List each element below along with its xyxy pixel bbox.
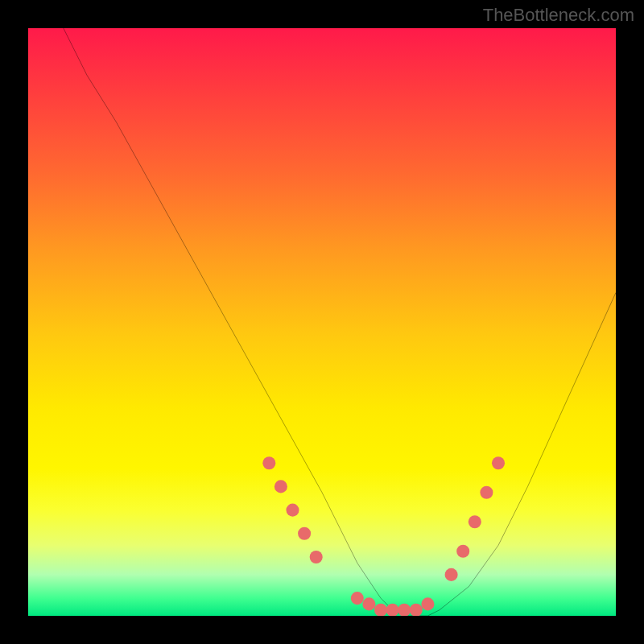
curve-markers xyxy=(262,456,505,616)
curve-marker xyxy=(469,515,481,528)
curve-marker xyxy=(286,504,299,517)
curve-marker xyxy=(421,597,434,610)
chart-svg xyxy=(28,28,616,616)
curve-marker xyxy=(410,604,423,616)
curve-marker xyxy=(386,604,399,616)
curve-marker xyxy=(310,551,323,564)
curve-marker xyxy=(362,597,375,610)
curve-marker xyxy=(262,456,275,469)
watermark-text: TheBottleneck.com xyxy=(483,5,634,26)
curve-marker xyxy=(480,486,493,499)
curve-marker xyxy=(456,545,469,558)
bottleneck-curve-path xyxy=(64,28,616,616)
curve-marker xyxy=(298,527,311,540)
curve-marker xyxy=(398,604,411,616)
chart-area xyxy=(28,28,616,616)
curve-marker xyxy=(275,480,287,493)
curve-marker xyxy=(351,592,364,605)
curve-marker xyxy=(445,568,458,581)
curve-marker xyxy=(492,456,505,469)
curve-marker xyxy=(374,604,387,616)
